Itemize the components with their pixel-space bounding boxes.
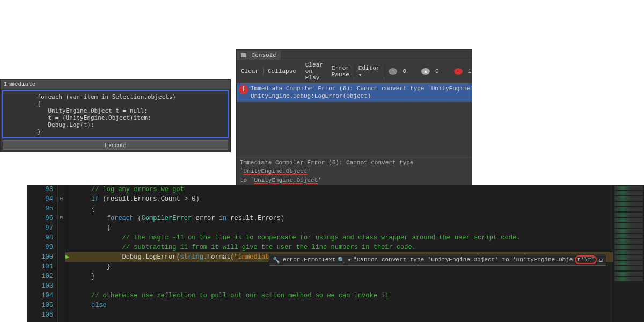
debug-value-tooltip: 🔧 error.ErrorText 🔍 ▾ "Cannot convert ty… [269, 254, 606, 266]
magnifier-icon: 🔍 [338, 257, 345, 264]
info-count: 0 [398, 67, 411, 76]
line-number: 94 [27, 194, 57, 204]
detail-line-1: Immediate Compiler Error (6): Cannot con… [240, 158, 469, 176]
panel-icon [241, 53, 246, 57]
line-number: 106 [27, 310, 57, 320]
execution-pointer-icon: ▶ [65, 252, 69, 262]
console-tab-label: Console [252, 52, 276, 58]
console-warn-toggle[interactable]: ▲ 0 [417, 66, 448, 77]
console-counts: ! 0 ▲ 0 ! 1 [384, 66, 482, 77]
line-number: 102 [27, 272, 57, 281]
warning-icon: ▲ [421, 68, 430, 75]
console-clear-on-play-button[interactable]: Clear on Play [301, 61, 327, 82]
minimap[interactable] [613, 185, 644, 322]
warn-count: 0 [431, 67, 443, 76]
tooltip-value: "Cannot convert type 'UnityEngine.Object… [353, 257, 573, 263]
console-entry-text: Immediate Compiler Error (6): Cannot con… [251, 85, 470, 100]
line-number: 101 [27, 262, 57, 272]
tooltip-expression: error.ErrorText [282, 257, 335, 263]
immediate-window: Immediate foreach (var item in Selection… [0, 79, 231, 152]
entry-line-1: Immediate Compiler Error (6): Cannot con… [251, 85, 470, 92]
console-tab[interactable]: Console [237, 51, 281, 60]
entry-line-2: UnityEngine.Debug:LogError(Object) [251, 92, 470, 100]
console-editor-dropdown[interactable]: Editor ▾ [354, 64, 385, 79]
line-number: 95 [27, 204, 57, 214]
error-icon: ! [239, 85, 248, 94]
detail-line-2: to `UnityEngine.Object' [240, 176, 469, 185]
line-number: 100 [27, 252, 57, 262]
fold-toggle[interactable]: ⊟ [58, 194, 65, 204]
console-collapse-button[interactable]: Collapse [264, 67, 301, 76]
immediate-title: Immediate [1, 80, 230, 89]
immediate-code-text: foreach (var item in Selection.objects) … [5, 93, 225, 135]
line-number: 105 [27, 301, 57, 310]
line-number-gutter: 93 94 95 96 97 98 99 100 101 102 103 104… [27, 185, 58, 322]
console-tabbar: Console [237, 50, 472, 60]
console-error-pause-button[interactable]: Error Pause [327, 64, 354, 79]
pin-icon[interactable]: ⊡ [599, 257, 603, 264]
info-icon: ! [389, 68, 397, 75]
console-info-toggle[interactable]: ! 0 [384, 66, 415, 77]
wrench-icon: 🔧 [273, 257, 280, 264]
code-editor[interactable]: 93 94 95 96 97 98 99 100 101 102 103 104… [27, 185, 644, 322]
dropdown-icon[interactable]: ▾ [347, 257, 351, 264]
code-content[interactable]: // log any errors we got if (result.Erro… [65, 185, 613, 322]
fold-gutter: ⊟ ⊟ [58, 185, 65, 322]
line-number: 99 [27, 243, 57, 252]
execute-button[interactable]: Execute [3, 140, 228, 150]
line-number: 104 [27, 291, 57, 301]
line-number: 103 [27, 281, 57, 291]
fold-toggle[interactable]: ⊟ [58, 214, 65, 223]
error-icon: ! [454, 68, 463, 75]
tooltip-value-highlight: t'\r" [575, 255, 597, 264]
immediate-code-input[interactable]: foreach (var item in Selection.objects) … [2, 90, 229, 138]
console-log-area[interactable] [237, 102, 472, 156]
line-number: 97 [27, 223, 57, 233]
line-number: 93 [27, 185, 57, 194]
console-error-toggle[interactable]: ! 1 [450, 66, 480, 77]
error-count: 1 [464, 67, 476, 76]
console-clear-button[interactable]: Clear [237, 67, 264, 76]
console-log-entry[interactable]: ! Immediate Compiler Error (6): Cannot c… [237, 83, 472, 102]
line-number: 96 [27, 214, 57, 223]
console-toolbar: Clear Collapse Clear on Play Error Pause… [237, 60, 472, 83]
line-number: 98 [27, 233, 57, 243]
